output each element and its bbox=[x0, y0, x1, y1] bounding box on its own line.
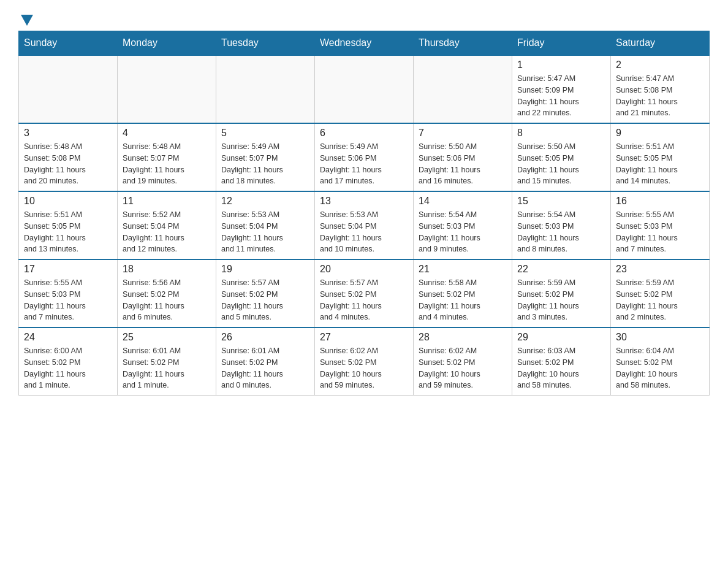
calendar-cell: 19Sunrise: 5:57 AM Sunset: 5:02 PM Dayli… bbox=[216, 259, 315, 327]
day-info: Sunrise: 6:02 AM Sunset: 5:02 PM Dayligh… bbox=[320, 345, 408, 391]
calendar-cell: 26Sunrise: 6:01 AM Sunset: 5:02 PM Dayli… bbox=[216, 327, 315, 396]
logo bbox=[18, 12, 33, 25]
weekday-header-wednesday: Wednesday bbox=[315, 31, 414, 56]
week-row-1: 1Sunrise: 5:47 AM Sunset: 5:09 PM Daylig… bbox=[19, 55, 710, 123]
day-info: Sunrise: 5:48 AM Sunset: 5:07 PM Dayligh… bbox=[123, 141, 211, 187]
calendar-cell: 21Sunrise: 5:58 AM Sunset: 5:02 PM Dayli… bbox=[414, 259, 512, 327]
day-info: Sunrise: 6:01 AM Sunset: 5:02 PM Dayligh… bbox=[123, 345, 211, 391]
day-number: 16 bbox=[616, 196, 704, 207]
day-info: Sunrise: 5:49 AM Sunset: 5:06 PM Dayligh… bbox=[320, 141, 408, 187]
calendar-cell: 11Sunrise: 5:52 AM Sunset: 5:04 PM Dayli… bbox=[118, 191, 216, 259]
calendar-cell: 15Sunrise: 5:54 AM Sunset: 5:03 PM Dayli… bbox=[512, 191, 611, 259]
calendar-cell: 20Sunrise: 5:57 AM Sunset: 5:02 PM Dayli… bbox=[315, 259, 414, 327]
weekday-header-sunday: Sunday bbox=[19, 31, 118, 56]
day-number: 2 bbox=[616, 59, 704, 71]
calendar-cell: 13Sunrise: 5:53 AM Sunset: 5:04 PM Dayli… bbox=[315, 191, 414, 259]
day-number: 10 bbox=[24, 196, 112, 207]
calendar-cell: 16Sunrise: 5:55 AM Sunset: 5:03 PM Dayli… bbox=[611, 191, 710, 259]
calendar-cell: 12Sunrise: 5:53 AM Sunset: 5:04 PM Dayli… bbox=[216, 191, 315, 259]
calendar-cell: 8Sunrise: 5:50 AM Sunset: 5:05 PM Daylig… bbox=[512, 123, 611, 191]
calendar-cell: 23Sunrise: 5:59 AM Sunset: 5:02 PM Dayli… bbox=[611, 259, 710, 327]
day-number: 28 bbox=[419, 332, 507, 343]
day-number: 6 bbox=[320, 128, 408, 139]
day-number: 22 bbox=[517, 264, 605, 275]
calendar-cell: 25Sunrise: 6:01 AM Sunset: 5:02 PM Dayli… bbox=[118, 327, 216, 396]
week-row-3: 10Sunrise: 5:51 AM Sunset: 5:05 PM Dayli… bbox=[19, 191, 710, 259]
day-info: Sunrise: 5:53 AM Sunset: 5:04 PM Dayligh… bbox=[320, 209, 408, 255]
calendar-cell: 14Sunrise: 5:54 AM Sunset: 5:03 PM Dayli… bbox=[414, 191, 512, 259]
day-info: Sunrise: 5:55 AM Sunset: 5:03 PM Dayligh… bbox=[616, 209, 704, 255]
day-number: 25 bbox=[123, 332, 211, 343]
day-number: 21 bbox=[419, 264, 507, 275]
day-info: Sunrise: 5:47 AM Sunset: 5:09 PM Dayligh… bbox=[517, 73, 605, 119]
calendar-cell: 5Sunrise: 5:49 AM Sunset: 5:07 PM Daylig… bbox=[216, 123, 315, 191]
weekday-header-friday: Friday bbox=[512, 31, 611, 56]
calendar-cell: 22Sunrise: 5:59 AM Sunset: 5:02 PM Dayli… bbox=[512, 259, 611, 327]
week-row-4: 17Sunrise: 5:55 AM Sunset: 5:03 PM Dayli… bbox=[19, 259, 710, 327]
day-info: Sunrise: 5:48 AM Sunset: 5:08 PM Dayligh… bbox=[24, 141, 112, 187]
day-info: Sunrise: 5:58 AM Sunset: 5:02 PM Dayligh… bbox=[419, 277, 507, 323]
calendar-cell bbox=[19, 55, 118, 123]
calendar-cell: 28Sunrise: 6:02 AM Sunset: 5:02 PM Dayli… bbox=[414, 327, 512, 396]
logo-triangle-icon bbox=[21, 15, 33, 26]
day-info: Sunrise: 5:49 AM Sunset: 5:07 PM Dayligh… bbox=[221, 141, 309, 187]
calendar-cell: 9Sunrise: 5:51 AM Sunset: 5:05 PM Daylig… bbox=[611, 123, 710, 191]
calendar-cell bbox=[118, 55, 216, 123]
day-number: 11 bbox=[123, 196, 211, 207]
calendar-cell bbox=[414, 55, 512, 123]
calendar-cell: 18Sunrise: 5:56 AM Sunset: 5:02 PM Dayli… bbox=[118, 259, 216, 327]
day-info: Sunrise: 5:57 AM Sunset: 5:02 PM Dayligh… bbox=[221, 277, 309, 323]
day-number: 3 bbox=[24, 128, 112, 139]
day-number: 20 bbox=[320, 264, 408, 275]
day-info: Sunrise: 5:51 AM Sunset: 5:05 PM Dayligh… bbox=[24, 209, 112, 255]
day-number: 15 bbox=[517, 196, 605, 207]
calendar-body: 1Sunrise: 5:47 AM Sunset: 5:09 PM Daylig… bbox=[19, 55, 710, 396]
day-number: 8 bbox=[517, 128, 605, 139]
weekday-header-monday: Monday bbox=[118, 31, 216, 56]
calendar-cell: 6Sunrise: 5:49 AM Sunset: 5:06 PM Daylig… bbox=[315, 123, 414, 191]
day-info: Sunrise: 5:59 AM Sunset: 5:02 PM Dayligh… bbox=[616, 277, 704, 323]
day-number: 19 bbox=[221, 264, 309, 275]
day-number: 1 bbox=[517, 59, 605, 71]
day-number: 13 bbox=[320, 196, 408, 207]
day-info: Sunrise: 5:59 AM Sunset: 5:02 PM Dayligh… bbox=[517, 277, 605, 323]
calendar-cell: 17Sunrise: 5:55 AM Sunset: 5:03 PM Dayli… bbox=[19, 259, 118, 327]
day-info: Sunrise: 5:47 AM Sunset: 5:08 PM Dayligh… bbox=[616, 73, 704, 119]
week-row-5: 24Sunrise: 6:00 AM Sunset: 5:02 PM Dayli… bbox=[19, 327, 710, 396]
calendar-cell bbox=[216, 55, 315, 123]
calendar-cell: 30Sunrise: 6:04 AM Sunset: 5:02 PM Dayli… bbox=[611, 327, 710, 396]
day-info: Sunrise: 6:00 AM Sunset: 5:02 PM Dayligh… bbox=[24, 345, 112, 391]
day-number: 24 bbox=[24, 332, 112, 343]
calendar-cell: 3Sunrise: 5:48 AM Sunset: 5:08 PM Daylig… bbox=[19, 123, 118, 191]
weekday-header-row: SundayMondayTuesdayWednesdayThursdayFrid… bbox=[19, 31, 710, 56]
day-info: Sunrise: 5:51 AM Sunset: 5:05 PM Dayligh… bbox=[616, 141, 704, 187]
day-info: Sunrise: 6:03 AM Sunset: 5:02 PM Dayligh… bbox=[517, 345, 605, 391]
week-row-2: 3Sunrise: 5:48 AM Sunset: 5:08 PM Daylig… bbox=[19, 123, 710, 191]
day-info: Sunrise: 5:57 AM Sunset: 5:02 PM Dayligh… bbox=[320, 277, 408, 323]
day-number: 30 bbox=[616, 332, 704, 343]
day-info: Sunrise: 6:02 AM Sunset: 5:02 PM Dayligh… bbox=[419, 345, 507, 391]
calendar-cell bbox=[315, 55, 414, 123]
day-number: 9 bbox=[616, 128, 704, 139]
day-number: 7 bbox=[419, 128, 507, 139]
day-info: Sunrise: 6:01 AM Sunset: 5:02 PM Dayligh… bbox=[221, 345, 309, 391]
day-info: Sunrise: 6:04 AM Sunset: 5:02 PM Dayligh… bbox=[616, 345, 704, 391]
day-info: Sunrise: 5:50 AM Sunset: 5:06 PM Dayligh… bbox=[419, 141, 507, 187]
calendar-cell: 29Sunrise: 6:03 AM Sunset: 5:02 PM Dayli… bbox=[512, 327, 611, 396]
day-number: 17 bbox=[24, 264, 112, 275]
day-number: 18 bbox=[123, 264, 211, 275]
calendar-cell: 1Sunrise: 5:47 AM Sunset: 5:09 PM Daylig… bbox=[512, 55, 611, 123]
calendar-cell: 27Sunrise: 6:02 AM Sunset: 5:02 PM Dayli… bbox=[315, 327, 414, 396]
day-number: 23 bbox=[616, 264, 704, 275]
day-number: 12 bbox=[221, 196, 309, 207]
day-info: Sunrise: 5:55 AM Sunset: 5:03 PM Dayligh… bbox=[24, 277, 112, 323]
day-number: 5 bbox=[221, 128, 309, 139]
weekday-header-tuesday: Tuesday bbox=[216, 31, 315, 56]
day-info: Sunrise: 5:50 AM Sunset: 5:05 PM Dayligh… bbox=[517, 141, 605, 187]
day-info: Sunrise: 5:52 AM Sunset: 5:04 PM Dayligh… bbox=[123, 209, 211, 255]
calendar-cell: 7Sunrise: 5:50 AM Sunset: 5:06 PM Daylig… bbox=[414, 123, 512, 191]
calendar-header: SundayMondayTuesdayWednesdayThursdayFrid… bbox=[19, 31, 710, 56]
weekday-header-saturday: Saturday bbox=[611, 31, 710, 56]
calendar-cell: 10Sunrise: 5:51 AM Sunset: 5:05 PM Dayli… bbox=[19, 191, 118, 259]
calendar-table: SundayMondayTuesdayWednesdayThursdayFrid… bbox=[18, 31, 710, 396]
